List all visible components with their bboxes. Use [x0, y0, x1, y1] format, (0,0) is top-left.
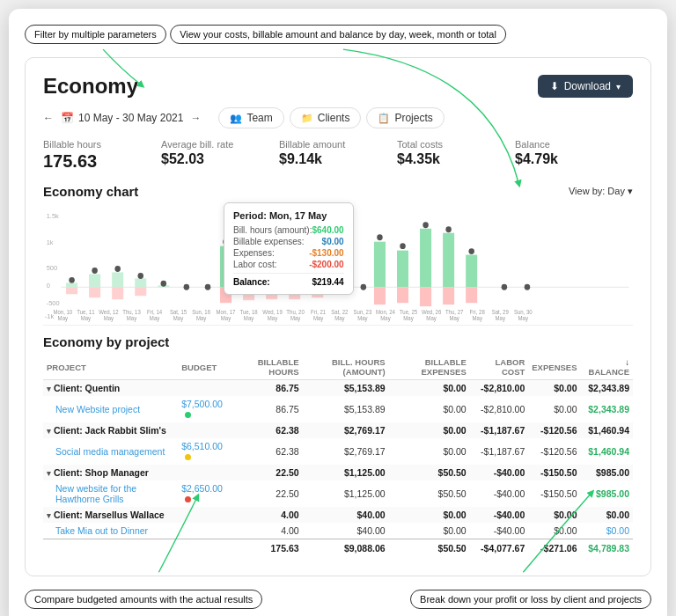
- svg-rect-10: [89, 274, 100, 287]
- svg-rect-7: [66, 282, 77, 287]
- team-icon: 👥: [230, 113, 242, 124]
- project-budget: $2,650.00: [178, 480, 232, 507]
- date-prev-button[interactable]: ←: [43, 112, 54, 124]
- tooltip-row-billable-exp: Billable expenses: $0.00: [233, 237, 344, 246]
- client-row: ▾Client: Shop Manager 22.50 $1,125.00 $5…: [43, 465, 633, 480]
- clients-icon: 📁: [301, 113, 313, 124]
- client-row: ▾Client: Marsellus Wallace 4.00 $40.00 $…: [43, 507, 633, 523]
- svg-point-45: [400, 243, 406, 249]
- svg-text:May: May: [357, 315, 368, 321]
- svg-rect-14: [112, 287, 123, 299]
- svg-point-21: [184, 284, 190, 290]
- download-button[interactable]: ⬇ Download ▾: [538, 75, 633, 98]
- project-name[interactable]: Social media management: [43, 438, 178, 465]
- col-bill-hours-amount: BILL. HOURS (AMOUNT): [303, 355, 389, 380]
- callout-budget: Compare budgeted amounts with the actual…: [25, 590, 262, 609]
- svg-rect-46: [420, 229, 431, 288]
- svg-point-51: [445, 226, 452, 232]
- chevron-icon: ▾: [47, 511, 51, 520]
- calendar-icon: 📅: [61, 112, 74, 124]
- svg-text:May: May: [173, 315, 184, 321]
- stats-row: Billable hours 175.63 Average bill. rate…: [43, 139, 633, 172]
- tooltip-row-expenses: Expenses: -$130.00: [233, 248, 344, 258]
- chevron-icon: ▾: [47, 469, 51, 478]
- project-name[interactable]: New Website project: [43, 396, 178, 422]
- client-name: ▾Client: Marsellus Wallace: [43, 507, 232, 523]
- svg-text:May: May: [244, 315, 254, 321]
- svg-text:May: May: [58, 315, 69, 321]
- project-name[interactable]: New website for the Hawthorne Grills: [43, 480, 178, 507]
- client-name: ▾Client: Shop Manager: [43, 465, 232, 480]
- table-section: Economy by project PROJECT BUDGET BILLAB…: [43, 334, 633, 556]
- svg-text:May: May: [496, 315, 506, 321]
- table-row: Take Mia out to Dinner 4.00 $40.00 $0.00…: [43, 523, 633, 539]
- client-row: ▾Client: Quentin 86.75 $5,153.89 $0.00 -…: [43, 380, 633, 397]
- tooltip-row-bill-hours: Bill. hours (amount): $640.00: [233, 225, 344, 235]
- svg-rect-47: [420, 287, 431, 306]
- svg-point-20: [161, 281, 167, 287]
- svg-text:May: May: [127, 315, 137, 321]
- svg-text:May: May: [150, 315, 160, 321]
- svg-text:May: May: [81, 315, 92, 321]
- stat-billable-amount: Billable amount $9.14k: [279, 139, 397, 172]
- economy-table: PROJECT BUDGET BILLABLE HOURS BILL. HOUR…: [43, 355, 633, 556]
- chevron-icon: ▾: [47, 427, 51, 436]
- view-by-dropdown[interactable]: View by: Day ▾: [569, 186, 633, 197]
- header: Economy ⬇ Download ▾: [43, 74, 633, 99]
- svg-text:0: 0: [47, 282, 50, 290]
- svg-rect-11: [89, 287, 100, 297]
- date-next-button[interactable]: →: [190, 112, 201, 124]
- svg-text:May: May: [426, 315, 437, 321]
- tooltip-title: Period: Mon, 17 May: [233, 210, 344, 221]
- svg-rect-40: [374, 242, 386, 288]
- svg-rect-8: [66, 287, 77, 294]
- table-title: Economy by project: [43, 334, 633, 349]
- callout-filter: Filter by multiple parameters: [25, 25, 166, 44]
- svg-text:May: May: [290, 315, 301, 321]
- svg-rect-17: [135, 287, 146, 296]
- chart-section: Economy chart View by: Day ▾ 1.5k 1k 500…: [43, 184, 633, 326]
- budget-dot: [185, 496, 191, 502]
- main-panel: Economy ⬇ Download ▾ ← 📅 10 May - 30 May…: [25, 57, 651, 576]
- page-title: Economy: [43, 74, 138, 99]
- svg-text:May: May: [472, 315, 482, 321]
- project-name[interactable]: Take Mia out to Dinner: [43, 523, 178, 539]
- svg-rect-53: [466, 287, 477, 303]
- svg-text:May: May: [380, 315, 391, 321]
- svg-text:1.5k: 1.5k: [47, 212, 59, 220]
- download-icon: ⬇: [550, 80, 559, 92]
- client-name: ▾Client: Jack Rabbit Slim's: [43, 422, 232, 438]
- svg-rect-43: [397, 251, 408, 288]
- svg-point-56: [525, 284, 531, 290]
- svg-point-22: [205, 284, 211, 290]
- svg-text:May: May: [268, 315, 278, 321]
- svg-point-42: [377, 234, 383, 240]
- svg-point-39: [361, 284, 367, 290]
- budget-dot: [185, 412, 191, 418]
- project-budget: $7,500.00: [178, 396, 232, 422]
- svg-text:May: May: [313, 315, 324, 321]
- chart-title: Economy chart: [43, 184, 138, 199]
- svg-point-15: [114, 266, 121, 272]
- date-range: 📅 10 May - 30 May 2021: [61, 112, 183, 124]
- stat-balance: Balance $4.79k: [515, 139, 633, 172]
- col-expenses: EXPENSES: [528, 355, 580, 380]
- stat-total-costs: Total costs $4.35k: [397, 139, 515, 172]
- chart-tooltip: Period: Mon, 17 May Bill. hours (amount)…: [224, 202, 354, 295]
- project-budget: [178, 523, 232, 539]
- tab-clients[interactable]: 📁 Clients: [290, 107, 362, 128]
- tab-group: 👥 Team 📁 Clients 📋 Projects: [218, 107, 444, 128]
- svg-rect-49: [443, 233, 454, 288]
- svg-text:May: May: [449, 315, 459, 321]
- col-billable-hours: BILLABLE HOURS: [232, 355, 302, 380]
- tab-projects[interactable]: 📋 Projects: [366, 107, 444, 128]
- callout-profit: Break down your profit or loss by client…: [410, 590, 651, 609]
- tab-team[interactable]: 👥 Team: [218, 107, 283, 128]
- col-budget: BUDGET: [178, 355, 232, 380]
- stat-billable-hours: Billable hours 175.63: [43, 139, 161, 172]
- table-row: Social media management $6,510.00 62.38 …: [43, 438, 633, 465]
- svg-rect-44: [397, 287, 408, 303]
- svg-text:May: May: [518, 315, 529, 321]
- chart-container: 1.5k 1k 500 0 -500 -1k: [43, 202, 633, 326]
- svg-point-54: [468, 248, 474, 254]
